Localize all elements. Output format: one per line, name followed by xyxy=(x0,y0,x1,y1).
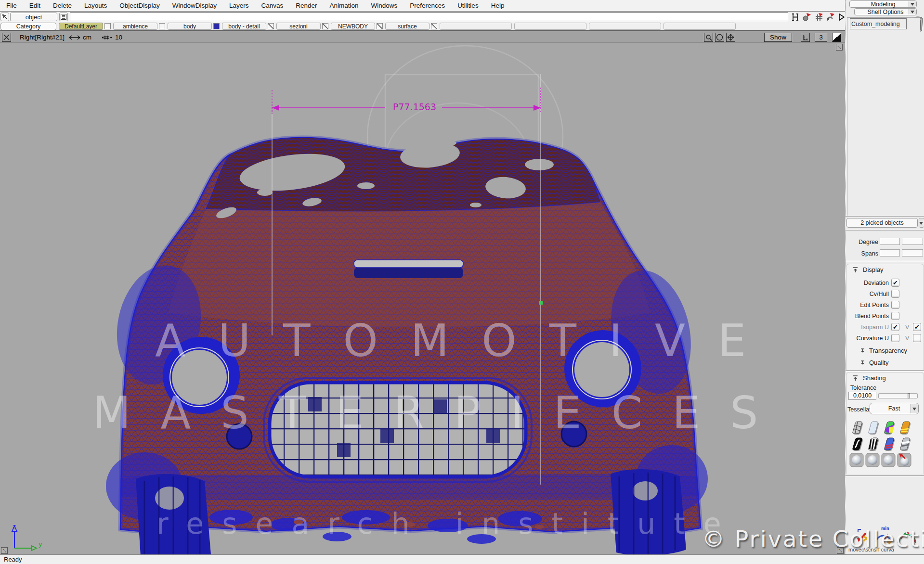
deviation-label: Deviation xyxy=(846,280,889,286)
cv-hull-checkbox[interactable] xyxy=(891,290,899,298)
diagnostic-sphere-2-icon[interactable] xyxy=(865,453,880,467)
menu-utilities[interactable]: Utilities xyxy=(451,2,485,9)
shelf-menu-dropdown-arrow[interactable] xyxy=(909,1,916,7)
snap-curve-icon[interactable] xyxy=(825,13,836,22)
layer-swatch-body-detail[interactable] xyxy=(268,23,274,29)
quality-expander[interactable]: Quality xyxy=(860,359,888,366)
layer-swatch-ambience[interactable] xyxy=(159,23,165,29)
layer-tab-surface[interactable]: surface xyxy=(385,23,429,30)
menu-file[interactable]: File xyxy=(0,2,23,9)
viewport-resize-corner-bottom-right[interactable]: ⤡ xyxy=(837,547,844,554)
menu-layers[interactable]: Layers xyxy=(223,2,255,9)
menu-objectdisplay[interactable]: ObjectDisplay xyxy=(113,2,166,9)
command-line-input[interactable] xyxy=(70,13,788,21)
chrome-shade-icon[interactable] xyxy=(897,436,911,451)
layer-tab-empty-4[interactable] xyxy=(664,23,736,30)
transparency-expander[interactable]: Transparency xyxy=(860,347,907,354)
spans-field-v[interactable] xyxy=(902,249,923,256)
edit-points-checkbox[interactable] xyxy=(891,301,899,309)
ramp-shade-icon[interactable] xyxy=(897,420,911,435)
layer-swatch-surface[interactable] xyxy=(431,23,437,29)
spans-field-u[interactable] xyxy=(880,249,900,256)
shade-mode-icon[interactable] xyxy=(832,33,841,42)
shelf-menu-dropdown[interactable]: Modeling xyxy=(849,0,917,8)
pick-tool-button[interactable] xyxy=(0,13,9,21)
multi-color-shade-icon[interactable] xyxy=(881,420,896,435)
ruler-icon[interactable] xyxy=(801,33,810,42)
layer-tab-empty-1[interactable] xyxy=(440,23,512,30)
menu-delete[interactable]: Delete xyxy=(47,2,78,9)
shelf-tab-custom-modeling[interactable]: Custom_modeling xyxy=(850,18,907,29)
display-section-header[interactable]: Display xyxy=(852,266,884,273)
degree-field-u[interactable] xyxy=(880,238,900,245)
layer-tab-defaultlayer[interactable]: DefaultLayer xyxy=(59,23,103,30)
category-button[interactable]: Category xyxy=(0,23,56,30)
diagnostic-sphere-3-icon[interactable] xyxy=(881,453,896,467)
menu-windowdisplay[interactable]: WindowDisplay xyxy=(166,2,223,9)
curvature-shade-icon[interactable] xyxy=(881,436,896,451)
tolerance-slider-thumb[interactable] xyxy=(908,393,910,398)
degree-field-v[interactable] xyxy=(902,238,923,245)
tolerance-slider[interactable] xyxy=(878,393,918,398)
layer-tab-body-detail[interactable]: body - detail xyxy=(222,23,266,30)
layer-tab-empty-3[interactable] xyxy=(589,23,661,30)
tessellation-dropdown-arrow[interactable] xyxy=(911,404,918,413)
curvature-comb-tool-icon[interactable] xyxy=(896,527,918,545)
zebra-stripes-icon[interactable] xyxy=(865,436,880,451)
sphere-tool-icon[interactable] xyxy=(897,453,911,467)
menu-edit[interactable]: Edit xyxy=(23,2,47,9)
surface-evaluate-icon[interactable] xyxy=(849,436,864,451)
isoparm-u-checkbox[interactable]: ✔ xyxy=(891,323,899,331)
picker-menu-button[interactable] xyxy=(59,13,68,21)
menu-canvas[interactable]: Canvas xyxy=(255,2,289,9)
layer-swatch-body[interactable] xyxy=(213,23,220,29)
move-component-tool-icon[interactable] xyxy=(856,527,871,545)
pan-tool-icon[interactable] xyxy=(726,33,735,42)
viewport-right-orthographic[interactable]: Right[Right#21] cm 10 Show 3 xyxy=(0,30,845,554)
single-shade-icon[interactable] xyxy=(865,420,880,435)
menu-animation[interactable]: Animation xyxy=(324,2,365,9)
picked-objects-status[interactable]: 2 picked objects xyxy=(846,218,918,228)
shelf-options-dropdown-arrow[interactable] xyxy=(909,9,916,14)
separator xyxy=(846,230,924,231)
wireframe-shade-icon[interactable] xyxy=(849,420,864,435)
layer-tab-ambience[interactable]: ambience xyxy=(113,23,157,30)
look-at-tool-icon[interactable] xyxy=(715,33,724,42)
control-panel: Modeling Shelf Options Custom_modeling 2… xyxy=(845,0,924,554)
layer-tab-sezioni[interactable]: sezioni xyxy=(276,23,321,30)
viewport-close-icon[interactable] xyxy=(2,33,11,42)
menu-help[interactable]: Help xyxy=(485,2,511,9)
deviation-checkbox[interactable]: ✔ xyxy=(891,279,899,287)
scan-mesh-canvas[interactable] xyxy=(0,43,845,554)
picked-objects-dropdown-arrow[interactable] xyxy=(919,218,924,228)
curvature-v-checkbox[interactable] xyxy=(913,334,921,342)
shading-section-header[interactable]: Shading xyxy=(852,374,886,382)
snap-grid-icon[interactable] xyxy=(814,13,824,22)
tolerance-value[interactable]: 0.0100 xyxy=(848,392,876,400)
min-max-gauge-tool-icon[interactable]: min xyxy=(873,526,893,546)
shelf-area[interactable]: Custom_modeling xyxy=(847,17,920,216)
viewport-resize-corner-bottom-left[interactable]: ⤡ xyxy=(1,547,8,554)
tessellation-dropdown[interactable]: Fast xyxy=(870,403,919,414)
menu-render[interactable]: Render xyxy=(289,2,323,9)
menu-layouts[interactable]: Layouts xyxy=(78,2,113,9)
layer-tab-empty-2[interactable] xyxy=(514,23,586,30)
history-icon[interactable] xyxy=(791,13,802,22)
layer-swatch-sezioni[interactable] xyxy=(322,23,328,29)
diagnostic-sphere-1-icon[interactable] xyxy=(849,453,864,467)
layer-swatch-newbody[interactable] xyxy=(377,23,383,29)
object-mode-button[interactable]: object xyxy=(10,13,57,21)
menu-preferences[interactable]: Preferences xyxy=(403,2,451,9)
layer-swatch-defaultlayer[interactable] xyxy=(104,23,111,29)
layer-tab-body[interactable]: body xyxy=(168,23,212,30)
subdivision-button[interactable]: 3 xyxy=(815,33,827,42)
blend-points-checkbox[interactable] xyxy=(891,312,899,320)
curvature-u-checkbox[interactable] xyxy=(891,334,899,342)
zoom-tool-icon[interactable] xyxy=(704,33,713,42)
layer-tab-newbody[interactable]: NEWBODY xyxy=(331,23,375,30)
snap-point-icon[interactable] xyxy=(802,13,812,22)
isoparm-v-checkbox[interactable]: ✔ xyxy=(913,323,921,331)
shelf-options-dropdown[interactable]: Shelf Options xyxy=(854,8,917,15)
menu-windows[interactable]: Windows xyxy=(365,2,404,9)
show-menu-button[interactable]: Show xyxy=(764,33,792,42)
